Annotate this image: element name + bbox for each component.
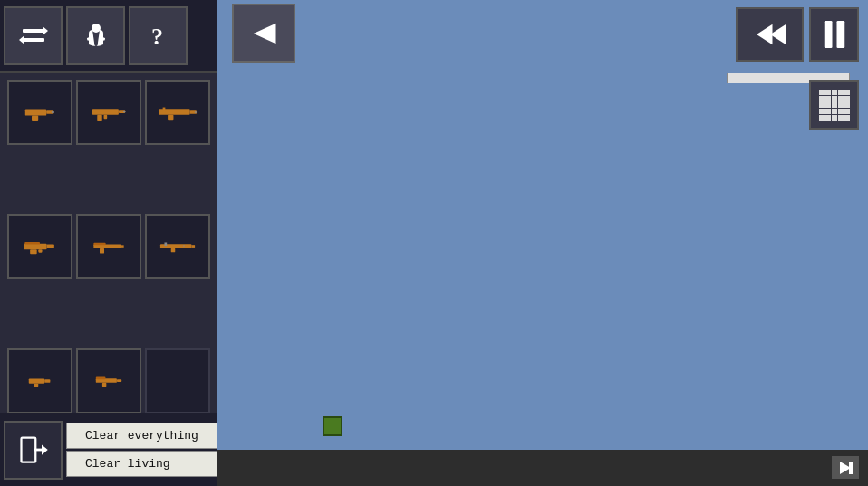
bottom-right-icon[interactable] (832, 456, 859, 479)
svg-rect-52 (849, 462, 853, 474)
grid-button[interactable] (809, 80, 859, 130)
svg-rect-36 (29, 378, 45, 383)
svg-rect-28 (121, 245, 123, 248)
svg-rect-15 (104, 115, 108, 120)
item-cell-9[interactable] (145, 348, 210, 413)
svg-point-11 (52, 111, 55, 114)
item-cell-4[interactable] (7, 214, 72, 279)
svg-rect-25 (38, 249, 42, 252)
question-icon: ? (144, 21, 173, 50)
svg-rect-19 (168, 115, 173, 120)
pistol-icon (24, 102, 56, 122)
svg-rect-34 (164, 242, 167, 246)
rewind-icon (752, 20, 788, 49)
smg-icon (91, 102, 127, 122)
sidebar-toolbar: ? (0, 0, 217, 73)
svg-rect-32 (191, 245, 195, 248)
svg-rect-43 (21, 438, 35, 462)
svg-marker-48 (770, 24, 786, 45)
svg-rect-40 (117, 379, 121, 382)
grid-icon (819, 90, 850, 121)
back-arrow-icon (247, 17, 280, 50)
svg-rect-49 (824, 21, 832, 48)
svg-point-16 (123, 111, 126, 113)
svg-rect-23 (47, 245, 54, 248)
exit-icon (17, 433, 50, 466)
svg-marker-46 (254, 23, 276, 44)
bottom-left-panel: Clear everything Clear living (0, 413, 217, 486)
svg-text:?: ? (151, 24, 163, 50)
svg-rect-26 (24, 242, 40, 245)
item-cell-8[interactable] (76, 348, 141, 413)
svg-rect-38 (34, 384, 38, 387)
svg-rect-0 (23, 29, 44, 33)
svg-marker-47 (757, 24, 773, 45)
rifle-icon (158, 103, 198, 122)
shotgun-icon (92, 238, 126, 256)
item-cell-6[interactable]: × (145, 214, 210, 279)
item-cell-1[interactable] (7, 80, 72, 145)
svg-rect-12 (92, 109, 119, 114)
swap-icon (19, 21, 48, 50)
rewind-button[interactable] (736, 7, 804, 62)
svg-rect-2 (23, 38, 44, 42)
svg-rect-10 (32, 116, 38, 121)
pause-icon (821, 18, 848, 51)
help-button[interactable]: ? (129, 6, 188, 65)
svg-rect-42 (96, 377, 106, 380)
svg-marker-1 (43, 26, 48, 35)
machine-gun-icon (23, 238, 57, 256)
item-cell-2[interactable] (76, 80, 141, 145)
bottom-right-arrow-icon (836, 460, 854, 476)
small-gun2-icon (94, 373, 123, 389)
pause-button[interactable] (809, 7, 859, 62)
clear-living-button[interactable]: Clear living (66, 451, 217, 477)
svg-marker-3 (19, 35, 24, 44)
back-arrow-button[interactable] (232, 4, 295, 63)
svg-rect-20 (163, 108, 166, 112)
green-entity (323, 416, 342, 436)
svg-text:×: × (182, 244, 185, 248)
swap-button[interactable] (4, 6, 63, 65)
svg-rect-24 (30, 249, 37, 254)
item-cell-5[interactable] (76, 214, 141, 279)
svg-rect-30 (93, 243, 105, 246)
svg-point-4 (92, 24, 101, 33)
character-button[interactable] (66, 6, 125, 65)
svg-rect-33 (171, 248, 176, 253)
svg-rect-41 (102, 383, 106, 387)
item-cell-3[interactable] (145, 80, 210, 145)
small-gun-icon (27, 373, 53, 389)
svg-point-21 (195, 111, 198, 113)
svg-rect-29 (100, 248, 104, 254)
character-icon (82, 21, 111, 50)
exit-button[interactable] (4, 421, 63, 480)
clear-everything-button[interactable]: Clear everything (66, 423, 217, 449)
svg-rect-8 (25, 109, 46, 115)
game-area (217, 0, 868, 450)
svg-rect-37 (44, 379, 50, 383)
svg-rect-14 (97, 115, 101, 121)
sniper-icon: × (159, 238, 196, 255)
top-right-controls (736, 7, 859, 62)
svg-marker-45 (42, 444, 48, 454)
ground-bar (217, 450, 868, 486)
item-cell-7[interactable] (7, 348, 72, 413)
svg-rect-22 (24, 244, 47, 250)
svg-rect-50 (836, 21, 844, 48)
context-menu: Clear everything Clear living (66, 423, 217, 477)
